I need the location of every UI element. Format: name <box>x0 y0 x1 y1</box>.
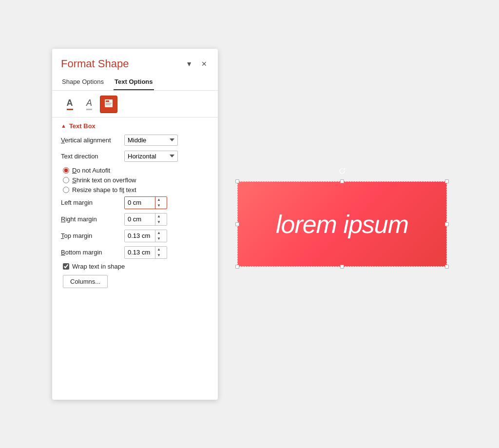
text-direction-select[interactable]: Horizontal Rotate all text 90° Rotate al… <box>124 151 178 162</box>
tab-shape-options[interactable]: Shape Options <box>61 75 105 90</box>
textbox-section-title: Text Box <box>69 122 96 130</box>
right-margin-label: Right margin <box>61 215 124 223</box>
panel-header-icons: ▼ ✕ <box>184 59 209 69</box>
shrink-text-radio[interactable] <box>63 177 69 183</box>
right-margin-arrows: ▲ ▼ <box>155 214 162 225</box>
no-autofit-label: Do not Autofit <box>72 167 110 174</box>
vertical-alignment-select[interactable]: Top Middle Bottom Top Centered Middle Ce… <box>124 135 178 146</box>
autofit-group: Do not Autofit Shrink text on overflow R… <box>61 167 209 194</box>
svg-rect-1 <box>106 100 109 102</box>
tab-text-options[interactable]: Text Options <box>114 75 154 90</box>
right-margin-spinbox: ▲ ▼ <box>124 213 167 226</box>
top-margin-row: Top margin ▲ ▼ <box>61 230 209 242</box>
left-margin-input[interactable] <box>125 197 155 209</box>
no-autofit-radio[interactable] <box>63 167 69 174</box>
top-margin-up[interactable]: ▲ <box>155 230 162 236</box>
left-margin-down[interactable]: ▼ <box>155 203 162 209</box>
text-fill-a-icon: A <box>67 98 73 110</box>
textbox-section-content: Vertical alignment Top Middle Bottom Top… <box>52 133 218 293</box>
handle-bottom-left[interactable] <box>235 265 239 269</box>
shrink-text-row: Shrink text on overflow <box>63 176 209 184</box>
rotate-handle[interactable] <box>339 168 345 175</box>
svg-rect-3 <box>106 104 111 105</box>
panel-title: Format Shape <box>61 58 129 70</box>
icon-tab-textbox[interactable] <box>100 96 117 113</box>
top-margin-spinbox: ▲ ▼ <box>124 230 167 242</box>
resize-shape-row: Resize shape to fit text <box>63 186 209 194</box>
section-collapse-arrow: ▲ <box>61 123 66 129</box>
bottom-margin-up[interactable]: ▲ <box>155 247 162 253</box>
handle-middle-right[interactable] <box>445 222 449 226</box>
icon-tab-text-effects[interactable]: A <box>80 96 98 113</box>
shape-rectangle[interactable]: lorem ipsum <box>237 181 447 267</box>
left-margin-spinbox: ▲ ▼ <box>124 196 167 209</box>
svg-rect-2 <box>106 103 112 104</box>
left-margin-arrows: ▲ ▼ <box>155 197 162 209</box>
text-effects-a-icon: A <box>86 98 92 110</box>
top-margin-arrows: ▲ ▼ <box>155 230 162 242</box>
format-shape-panel: Format Shape ▼ ✕ Shape Options Text Opti… <box>52 49 218 400</box>
textbox-layout-icon <box>104 98 114 110</box>
resize-shape-label: Resize shape to fit text <box>72 186 136 194</box>
handle-top-center[interactable] <box>340 179 344 183</box>
left-margin-label: Left margin <box>61 199 124 206</box>
bottom-margin-label: Bottom margin <box>61 249 124 256</box>
left-margin-row: Left margin ▲ ▼ <box>61 196 209 209</box>
bottom-margin-row: Bottom margin ▲ ▼ <box>61 246 209 259</box>
right-margin-input[interactable] <box>125 214 155 225</box>
top-margin-label: Top margin <box>61 232 124 239</box>
resize-shape-radio[interactable] <box>63 187 69 193</box>
textbox-section-header[interactable]: ▲ Text Box <box>52 117 218 133</box>
panel-tabs: Shape Options Text Options <box>52 75 218 91</box>
text-direction-row: Text direction Horizontal Rotate all tex… <box>61 151 209 162</box>
wrap-text-checkbox[interactable] <box>63 263 69 270</box>
icon-tabs: A A <box>52 91 218 113</box>
columns-button[interactable]: Columns... <box>63 275 108 288</box>
handle-bottom-right[interactable] <box>445 265 449 269</box>
text-direction-label: Text direction <box>61 153 124 160</box>
bottom-margin-input[interactable] <box>125 247 155 258</box>
right-margin-down[interactable]: ▼ <box>155 219 162 225</box>
handle-top-left[interactable] <box>235 179 239 183</box>
right-margin-up[interactable]: ▲ <box>155 214 162 219</box>
preview-text: lorem ipsum <box>276 210 408 239</box>
panel-dropdown-button[interactable]: ▼ <box>184 59 194 69</box>
wrap-text-label: Wrap text in shape <box>72 263 125 270</box>
vertical-alignment-label: Vertical alignment <box>61 136 124 144</box>
bottom-margin-down[interactable]: ▼ <box>155 253 162 258</box>
panel-header: Format Shape ▼ ✕ <box>52 49 218 75</box>
vertical-alignment-row: Vertical alignment Top Middle Bottom Top… <box>61 135 209 146</box>
top-margin-down[interactable]: ▼ <box>155 236 162 242</box>
top-margin-input[interactable] <box>125 230 155 242</box>
handle-middle-left[interactable] <box>235 222 239 226</box>
shape-preview-area: lorem ipsum <box>237 171 447 278</box>
left-margin-up[interactable]: ▲ <box>155 197 162 203</box>
right-margin-row: Right margin ▲ ▼ <box>61 213 209 226</box>
shrink-text-label: Shrink text on overflow <box>72 176 136 184</box>
handle-top-right[interactable] <box>445 179 449 183</box>
icon-tab-text-fill[interactable]: A <box>61 96 78 113</box>
no-autofit-row: Do not Autofit <box>63 167 209 174</box>
bottom-margin-arrows: ▲ ▼ <box>155 247 162 258</box>
handle-bottom-center[interactable] <box>340 265 344 269</box>
panel-close-button[interactable]: ✕ <box>199 59 209 69</box>
wrap-text-row: Wrap text in shape <box>61 263 209 270</box>
bottom-margin-spinbox: ▲ ▼ <box>124 246 167 259</box>
